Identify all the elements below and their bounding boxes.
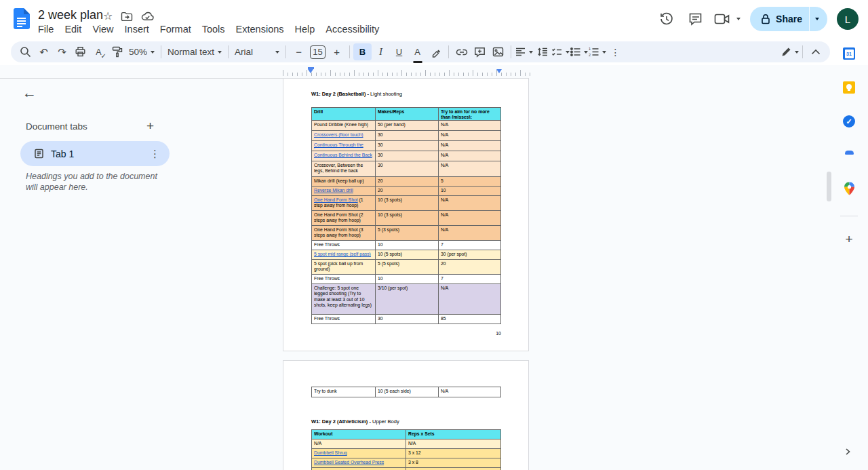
document-page-2[interactable]: Try to dunk10 (5 each side)N/A W1: Day 2… [283,360,529,470]
doc-link[interactable]: Crossovers (floor touch) [314,132,363,137]
doc-link[interactable]: Continuous Through the legs [314,142,363,149]
document-title[interactable]: 2 week plan [38,8,103,22]
table-cell[interactable]: N/A [406,439,501,449]
decrease-font-size-button[interactable]: − [290,43,308,60]
font-select[interactable]: Arial [232,43,282,60]
calendar-icon[interactable]: 31 [843,47,855,60]
table-cell[interactable]: N/A [439,226,501,241]
add-side-app-button[interactable]: + [843,233,855,246]
table-cell[interactable]: Continuous Through the legs [312,141,376,151]
table-cell[interactable]: N/A [439,211,501,226]
table-cell[interactable]: 30 [376,131,439,141]
doc-link[interactable]: Continuous Behind the Back [314,153,372,157]
table-cell[interactable]: One Hand Form Shot (1 step away from hoo… [312,196,376,211]
table-cell[interactable]: 5 (5 spots) [376,260,439,275]
table-cell[interactable]: Continuous Behind the Back [312,151,376,161]
checklist-button[interactable] [551,43,570,60]
tab-item-tab1[interactable]: Tab 1 ⋮ [20,141,170,166]
docs-logo-icon[interactable] [14,8,30,29]
table-cell[interactable]: 10 [439,187,501,196]
doc-link[interactable]: Dumbbell Shrug [314,450,347,455]
underline-button[interactable]: U [390,43,408,60]
table-cell[interactable]: 7 [439,241,501,250]
contacts-icon[interactable] [843,150,855,162]
table-cell[interactable]: 10 [376,241,439,250]
cloud-status-icon[interactable] [141,11,154,21]
line-spacing-button[interactable] [533,43,551,60]
table-header-cell[interactable]: Workout [312,430,406,439]
table-cell[interactable]: 30 [376,315,439,324]
table-cell[interactable]: One Hand Form Shot (3 steps away from ho… [312,226,376,241]
table-cell[interactable]: 5 spot (pick ball up from ground) [312,260,376,275]
left-indent-marker[interactable] [308,69,313,73]
print-button[interactable] [71,43,90,60]
table-header-cell[interactable]: Drill [312,108,376,121]
doc-link[interactable]: Reverse Mikan drill [314,188,353,193]
table-header-cell[interactable]: Reps x Sets [406,430,501,439]
table-cell[interactable]: N/A [439,141,501,151]
menu-item-help[interactable]: Help [290,24,321,35]
menu-item-file[interactable]: File [33,24,59,35]
spellcheck-button[interactable]: A✓ [90,43,108,60]
table-cell[interactable]: 3/10 (per spot) [376,284,439,315]
document-page-1[interactable]: W1: Day 2 (Basketball) - Light shooting … [283,78,529,351]
table-cell[interactable]: Mikan drill (keep ball up) [312,177,376,187]
menu-item-insert[interactable]: Insert [119,24,155,35]
bold-button[interactable]: B [353,43,372,60]
add-comment-button[interactable] [471,43,489,60]
undo-button[interactable]: ↶ [35,43,53,60]
doc-link[interactable]: Dumbbell Seated Overhead Press [314,460,384,465]
table-cell[interactable]: N/A [439,196,501,211]
move-folder-icon[interactable] [121,11,133,22]
table-cell[interactable]: 30 (per spot) [439,250,501,260]
table-cell[interactable]: 30 [376,161,439,177]
table-cell[interactable]: 20 [439,260,501,275]
collapse-rail-icon[interactable] [844,447,852,456]
paragraph-style-select[interactable]: Normal text [165,43,224,60]
menu-item-view[interactable]: View [87,24,119,35]
insert-image-button[interactable] [489,43,507,60]
insert-link-button[interactable] [452,43,471,60]
paint-format-button[interactable] [108,43,126,60]
table-cell[interactable]: 85 [439,315,501,324]
share-dropdown[interactable] [810,7,827,31]
table-cell[interactable]: 20 [376,187,439,196]
table-cell[interactable]: Crossover, Between the legs, Behind the … [312,161,376,177]
right-indent-marker[interactable] [496,69,502,73]
table-cell[interactable]: N/A [439,387,501,397]
table-cell[interactable]: 5 (3 spots) [376,226,439,241]
bulleted-list-button[interactable] [570,43,588,60]
table-cell[interactable]: Free Throws [312,315,376,324]
add-tab-button[interactable]: + [146,119,154,134]
keep-icon[interactable] [843,81,855,94]
page-number[interactable]: 10 [311,331,501,336]
table-cell[interactable]: 10 [376,275,439,284]
share-button[interactable]: Share [750,7,827,31]
comments-icon[interactable] [686,9,705,28]
hide-menus-button[interactable] [806,43,825,60]
star-icon[interactable]: ☆ [103,9,113,22]
menu-item-tools[interactable]: Tools [197,24,231,35]
table-cell[interactable] [312,468,406,470]
table-cell[interactable]: Challenge: 5 spot one legged shooting (T… [312,284,376,315]
menu-item-format[interactable]: Format [155,24,197,35]
close-tabs-panel-button[interactable]: ← [22,85,37,100]
table-cell[interactable]: N/A [439,151,501,161]
table-cell[interactable]: 30 [376,151,439,161]
maps-icon[interactable] [843,182,855,195]
table-cell[interactable]: Free Throws [312,241,376,250]
italic-button[interactable]: I [372,43,390,60]
table-cell[interactable]: One Hand Form Shot (2 steps away from ho… [312,211,376,226]
menu-item-extensions[interactable]: Extensions [231,24,290,35]
table-cell[interactable]: 10 (3 spots) [376,196,439,211]
tasks-icon[interactable]: ✓ [843,115,855,128]
table-cell[interactable] [406,468,501,470]
meet-video-button[interactable] [714,13,741,25]
text-color-button[interactable]: A [408,43,427,60]
doc-heading-basketball[interactable]: W1: Day 2 (Basketball) - Light shooting [311,91,402,97]
doc-heading-athleticism[interactable]: W1: Day 2 (Athleticism) - Upper Body [311,418,399,425]
table-cell[interactable]: N/A [439,131,501,141]
editing-mode-button[interactable] [781,43,799,60]
align-button[interactable] [515,43,533,60]
table-cell[interactable]: N/A [439,161,501,177]
